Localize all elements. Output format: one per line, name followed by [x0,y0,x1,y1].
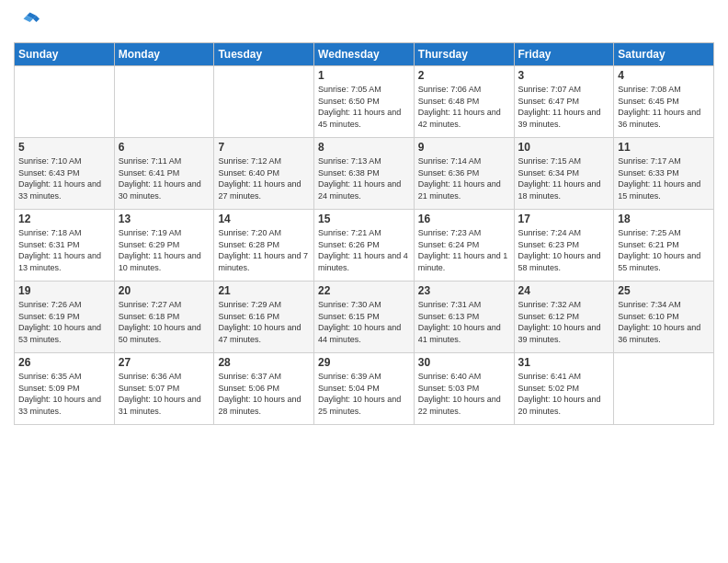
day-info: Sunrise: 7:07 AM Sunset: 6:47 PM Dayligh… [518,84,610,130]
calendar-cell: 9Sunrise: 7:14 AM Sunset: 6:36 PM Daylig… [414,138,514,210]
calendar-cell: 13Sunrise: 7:19 AM Sunset: 6:29 PM Dayli… [114,210,214,282]
calendar-cell: 6Sunrise: 7:11 AM Sunset: 6:41 PM Daylig… [114,138,214,210]
day-number: 27 [119,356,210,369]
calendar-cell: 20Sunrise: 7:27 AM Sunset: 6:18 PM Dayli… [114,282,214,353]
day-info: Sunrise: 7:27 AM Sunset: 6:18 PM Dayligh… [119,299,210,345]
calendar-cell: 4Sunrise: 7:08 AM Sunset: 6:45 PM Daylig… [614,66,714,138]
weekday-friday: Friday [514,43,614,66]
day-number: 5 [18,141,110,154]
day-info: Sunrise: 6:35 AM Sunset: 5:09 PM Dayligh… [18,371,110,417]
calendar-cell: 7Sunrise: 7:12 AM Sunset: 6:40 PM Daylig… [214,138,314,210]
day-info: Sunrise: 6:40 AM Sunset: 5:03 PM Dayligh… [418,371,510,417]
calendar-cell: 29Sunrise: 6:39 AM Sunset: 5:04 PM Dayli… [314,353,415,425]
day-info: Sunrise: 7:17 AM Sunset: 6:33 PM Dayligh… [618,155,710,201]
day-number: 23 [418,284,510,297]
calendar-cell: 10Sunrise: 7:15 AM Sunset: 6:34 PM Dayli… [514,138,614,210]
day-number: 18 [618,213,710,225]
day-number: 7 [218,141,310,154]
day-number: 31 [518,356,610,369]
day-number: 3 [518,69,610,82]
day-number: 12 [18,213,110,225]
calendar-cell [214,66,314,138]
calendar-cell: 18Sunrise: 7:25 AM Sunset: 6:21 PM Dayli… [614,210,714,282]
calendar-cell [114,66,214,138]
svg-rect-0 [14,9,40,35]
day-number: 21 [218,284,310,297]
day-info: Sunrise: 7:31 AM Sunset: 6:13 PM Dayligh… [418,299,510,345]
calendar-cell: 26Sunrise: 6:35 AM Sunset: 5:09 PM Dayli… [15,353,115,425]
day-info: Sunrise: 7:11 AM Sunset: 6:41 PM Dayligh… [119,155,210,201]
calendar-cell: 22Sunrise: 7:30 AM Sunset: 6:15 PM Dayli… [314,282,415,353]
calendar-table: SundayMondayTuesdayWednesdayThursdayFrid… [14,42,714,425]
calendar-cell: 17Sunrise: 7:24 AM Sunset: 6:23 PM Dayli… [514,210,614,282]
day-number: 15 [318,213,410,225]
calendar-cell: 24Sunrise: 7:32 AM Sunset: 6:12 PM Dayli… [514,282,614,353]
day-info: Sunrise: 7:19 AM Sunset: 6:29 PM Dayligh… [119,227,210,273]
calendar-cell: 11Sunrise: 7:17 AM Sunset: 6:33 PM Dayli… [614,138,714,210]
calendar-cell [614,353,714,425]
day-number: 26 [18,356,110,369]
header [14,9,714,35]
day-number: 2 [418,69,510,82]
week-row-1: 1Sunrise: 7:05 AM Sunset: 6:50 PM Daylig… [15,66,714,138]
day-info: Sunrise: 7:21 AM Sunset: 6:26 PM Dayligh… [318,227,410,273]
day-number: 16 [418,213,510,225]
logo [14,9,43,35]
day-number: 4 [618,69,710,82]
weekday-header-row: SundayMondayTuesdayWednesdayThursdayFrid… [15,43,714,66]
day-number: 24 [518,284,610,297]
calendar-cell [15,66,115,138]
calendar-cell: 28Sunrise: 6:37 AM Sunset: 5:06 PM Dayli… [214,353,314,425]
day-number: 20 [119,284,210,297]
day-info: Sunrise: 7:14 AM Sunset: 6:36 PM Dayligh… [418,155,510,201]
week-row-4: 19Sunrise: 7:26 AM Sunset: 6:19 PM Dayli… [15,282,714,353]
calendar-cell: 16Sunrise: 7:23 AM Sunset: 6:24 PM Dayli… [414,210,514,282]
day-number: 29 [318,356,410,369]
day-number: 30 [418,356,510,369]
weekday-tuesday: Tuesday [214,43,314,66]
day-number: 11 [618,141,710,154]
day-number: 28 [218,356,310,369]
day-info: Sunrise: 7:13 AM Sunset: 6:38 PM Dayligh… [318,155,410,201]
weekday-monday: Monday [114,43,214,66]
weekday-saturday: Saturday [614,43,714,66]
day-info: Sunrise: 7:26 AM Sunset: 6:19 PM Dayligh… [18,299,110,345]
day-info: Sunrise: 6:37 AM Sunset: 5:06 PM Dayligh… [218,371,310,417]
calendar-cell: 27Sunrise: 6:36 AM Sunset: 5:07 PM Dayli… [114,353,214,425]
day-number: 13 [119,213,210,225]
day-info: Sunrise: 7:20 AM Sunset: 6:28 PM Dayligh… [218,227,310,273]
calendar-cell: 5Sunrise: 7:10 AM Sunset: 6:43 PM Daylig… [15,138,115,210]
calendar-cell: 23Sunrise: 7:31 AM Sunset: 6:13 PM Dayli… [414,282,514,353]
day-info: Sunrise: 7:32 AM Sunset: 6:12 PM Dayligh… [518,299,610,345]
calendar-cell: 31Sunrise: 6:41 AM Sunset: 5:02 PM Dayli… [514,353,614,425]
day-info: Sunrise: 7:08 AM Sunset: 6:45 PM Dayligh… [618,84,710,130]
day-number: 17 [518,213,610,225]
day-info: Sunrise: 7:15 AM Sunset: 6:34 PM Dayligh… [518,155,610,201]
weekday-thursday: Thursday [414,43,514,66]
day-info: Sunrise: 7:34 AM Sunset: 6:10 PM Dayligh… [618,299,710,345]
day-info: Sunrise: 7:25 AM Sunset: 6:21 PM Dayligh… [618,227,710,273]
calendar-cell: 8Sunrise: 7:13 AM Sunset: 6:38 PM Daylig… [314,138,415,210]
day-info: Sunrise: 7:29 AM Sunset: 6:16 PM Dayligh… [218,299,310,345]
day-number: 8 [318,141,410,154]
calendar-cell: 30Sunrise: 6:40 AM Sunset: 5:03 PM Dayli… [414,353,514,425]
day-number: 14 [218,213,310,225]
calendar-cell: 19Sunrise: 7:26 AM Sunset: 6:19 PM Dayli… [15,282,115,353]
day-info: Sunrise: 7:24 AM Sunset: 6:23 PM Dayligh… [518,227,610,273]
day-info: Sunrise: 7:10 AM Sunset: 6:43 PM Dayligh… [18,155,110,201]
week-row-2: 5Sunrise: 7:10 AM Sunset: 6:43 PM Daylig… [15,138,714,210]
day-info: Sunrise: 7:12 AM Sunset: 6:40 PM Dayligh… [218,155,310,201]
day-number: 10 [518,141,610,154]
calendar-cell: 3Sunrise: 7:07 AM Sunset: 6:47 PM Daylig… [514,66,614,138]
day-number: 25 [618,284,710,297]
weekday-wednesday: Wednesday [314,43,415,66]
day-number: 19 [18,284,110,297]
day-info: Sunrise: 7:05 AM Sunset: 6:50 PM Dayligh… [318,84,410,130]
day-number: 6 [119,141,210,154]
week-row-3: 12Sunrise: 7:18 AM Sunset: 6:31 PM Dayli… [15,210,714,282]
logo-icon [14,9,40,35]
day-info: Sunrise: 6:41 AM Sunset: 5:02 PM Dayligh… [518,371,610,417]
day-info: Sunrise: 6:36 AM Sunset: 5:07 PM Dayligh… [119,371,210,417]
weekday-sunday: Sunday [15,43,115,66]
calendar-cell: 2Sunrise: 7:06 AM Sunset: 6:48 PM Daylig… [414,66,514,138]
